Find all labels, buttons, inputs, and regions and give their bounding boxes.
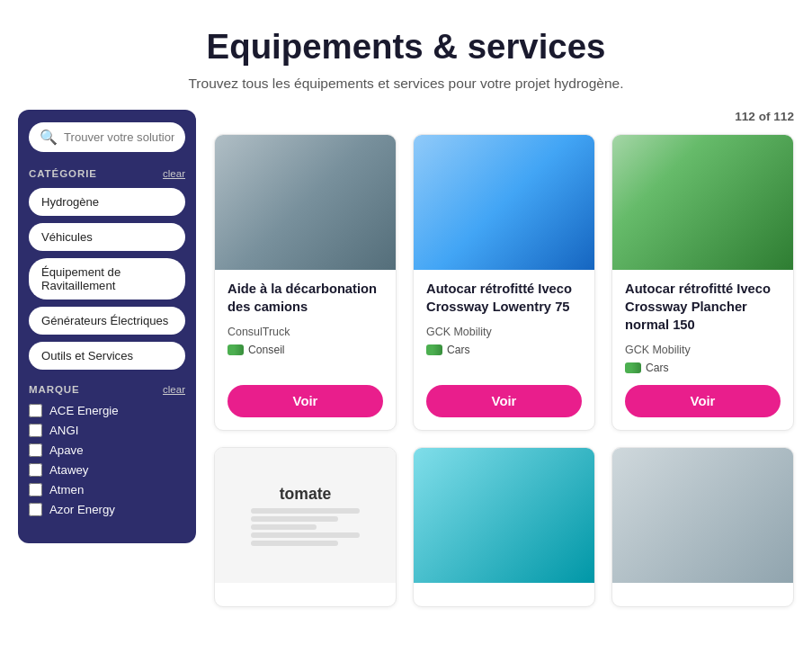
category-btn-gen-elec[interactable]: Générateurs Électriques	[29, 307, 185, 335]
card-2-title: Autocar rétrofitté Iveco Crossway Lowent…	[426, 281, 582, 317]
marque-label-angi: ANGI	[49, 424, 78, 437]
main-layout: 🔍 CATÉGORIE clear Hydrogène Véhicules Éq…	[0, 110, 812, 634]
category-btn-vehicules[interactable]: Véhicules	[29, 223, 185, 251]
marque-clear-button[interactable]: clear	[163, 384, 185, 395]
card-6-image	[612, 448, 793, 583]
marque-item-azor[interactable]: Azor Energy	[29, 503, 185, 516]
card-2-body: Autocar rétrofitté Iveco Crossway Lowent…	[414, 270, 594, 430]
result-count: 112 of 112	[214, 110, 794, 123]
marque-item-apave[interactable]: Apave	[29, 443, 185, 457]
marque-checkbox-ace[interactable]	[29, 404, 42, 417]
card-3-body: Autocar rétrofitté Iveco Crossway Planch…	[612, 270, 793, 430]
page-header: Equipements & services Trouvez tous les …	[0, 0, 812, 110]
card-4-line-1	[251, 508, 360, 514]
card-3-tag-label: Cars	[646, 362, 669, 374]
card-6	[611, 447, 794, 607]
card-5-body	[414, 583, 594, 606]
marque-label-atmen: Atmen	[49, 483, 84, 496]
marque-checkbox-azor[interactable]	[29, 503, 42, 516]
marque-label-azor: Azor Energy	[49, 503, 115, 516]
card-1-vendor: ConsulTruck	[228, 326, 383, 338]
marque-checkbox-angi[interactable]	[29, 424, 42, 437]
result-of-label: of	[759, 110, 771, 123]
card-3-vendor: GCK Mobility	[625, 344, 781, 356]
result-count-number: 112	[735, 110, 755, 123]
marque-checkbox-atmen[interactable]	[29, 483, 42, 496]
card-4-line-2	[251, 516, 337, 522]
card-5-image	[414, 448, 594, 583]
card-6-body	[612, 583, 793, 606]
category-btn-outils[interactable]: Outils et Services	[29, 342, 185, 370]
card-4-body	[215, 583, 396, 606]
page-title: Equipements & services	[18, 27, 794, 67]
content-area: 112 of 112 Aide à la décarbonation des c…	[214, 110, 794, 607]
search-input[interactable]	[64, 130, 174, 144]
page-subtitle: Trouvez tous les équipements et services…	[18, 76, 794, 92]
marque-label-atawey: Atawey	[49, 463, 89, 477]
marque-filter-header: MARQUE clear	[29, 384, 185, 395]
card-1-body: Aide à la décarbonation des camions Cons…	[215, 270, 396, 430]
marque-list: ACE Energie ANGI Apave Atawey Atmen	[29, 404, 185, 516]
marque-item-atawey[interactable]: Atawey	[29, 463, 185, 477]
card-2-image	[414, 135, 594, 270]
sidebar: 🔍 CATÉGORIE clear Hydrogène Véhicules Éq…	[18, 110, 196, 543]
marque-item-ace[interactable]: ACE Energie	[29, 404, 185, 417]
category-filter-section: CATÉGORIE clear Hydrogène Véhicules Équi…	[29, 168, 185, 370]
card-2-tag: Cars	[426, 344, 582, 356]
marque-checkbox-apave[interactable]	[29, 443, 42, 457]
card-2-tag-label: Cars	[447, 344, 470, 356]
card-3-tag: Cars	[625, 362, 781, 374]
card-3-voir-button[interactable]: Voir	[625, 385, 781, 417]
card-2-voir-button[interactable]: Voir	[426, 385, 582, 417]
card-2-tag-icon	[426, 344, 442, 355]
card-1-title: Aide à la décarbonation des camions	[228, 281, 383, 317]
card-4-line-4	[251, 532, 360, 538]
category-clear-button[interactable]: clear	[163, 168, 185, 179]
marque-label-apave: Apave	[49, 443, 84, 457]
marque-item-angi[interactable]: ANGI	[29, 424, 185, 437]
card-3-image	[612, 135, 793, 270]
result-total-number: 112	[773, 110, 794, 123]
card-3-title: Autocar rétrofitté Iveco Crossway Planch…	[625, 281, 781, 335]
card-4: tomate	[214, 447, 397, 607]
card-5	[413, 447, 595, 607]
card-3: Autocar rétrofitté Iveco Crossway Planch…	[611, 134, 794, 431]
marque-filter-section: MARQUE clear ACE Energie ANGI Apave	[29, 384, 185, 516]
marque-checkbox-atawey[interactable]	[29, 463, 42, 477]
marque-item-atmen[interactable]: Atmen	[29, 483, 185, 496]
category-btn-hydrogene[interactable]: Hydrogène	[29, 188, 185, 216]
card-2-vendor: GCK Mobility	[426, 326, 582, 338]
card-1-voir-button[interactable]: Voir	[228, 385, 383, 417]
search-icon: 🔍	[40, 129, 58, 146]
card-1: Aide à la décarbonation des camions Cons…	[214, 134, 397, 431]
card-1-tag-label: Conseil	[248, 344, 285, 356]
card-1-image	[215, 135, 396, 270]
marque-label-ace: ACE Energie	[49, 404, 119, 417]
category-filter-header: CATÉGORIE clear	[29, 168, 185, 179]
marque-filter-label: MARQUE	[29, 384, 80, 395]
card-4-image: tomate	[215, 448, 396, 583]
card-1-tag: Conseil	[228, 344, 383, 356]
card-4-line-3	[251, 524, 316, 530]
card-1-tag-icon	[228, 344, 244, 355]
card-4-line-5	[251, 541, 337, 546]
search-box[interactable]: 🔍	[29, 122, 185, 152]
card-4-tomate-text: tomate	[280, 485, 332, 504]
card-3-tag-icon	[625, 362, 641, 373]
card-4-tomate-lines	[251, 508, 360, 546]
category-btn-equip-ravit[interactable]: Équipement de Ravitaillement	[29, 258, 185, 300]
card-2: Autocar rétrofitté Iveco Crossway Lowent…	[413, 134, 595, 431]
cards-grid: Aide à la décarbonation des camions Cons…	[214, 134, 794, 607]
category-filter-label: CATÉGORIE	[29, 168, 97, 179]
